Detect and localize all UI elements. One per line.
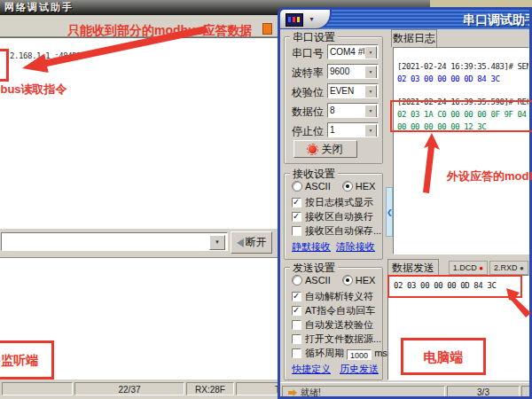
annotation-partial-data: 只能收到部分的modbus应答数据 bbox=[67, 23, 252, 39]
send-option-filesource[interactable]: 打开文件数据源... bbox=[292, 332, 381, 346]
clear-receive-link[interactable]: 清除接收 bbox=[336, 240, 375, 254]
combobox-dropdown-icon[interactable]: ▼ bbox=[209, 235, 225, 250]
recv-ascii-radio[interactable]: ASCII bbox=[292, 181, 331, 192]
history-send-link[interactable]: 历史发送 bbox=[340, 363, 379, 376]
annotation-box-pc: 电脑端 bbox=[401, 338, 486, 375]
serial-window-title: 串口调试助手 bbox=[463, 12, 532, 28]
checkbox-icon bbox=[292, 348, 301, 358]
recv-option-log-mode[interactable]: 按日志模式显示 bbox=[292, 196, 373, 209]
send-encoding-row: ASCII HEX bbox=[292, 275, 375, 286]
panel-collapse-handle[interactable]: ❮ bbox=[386, 187, 393, 237]
parity-select[interactable]: EVEN▼ bbox=[327, 83, 379, 98]
log-line: [2021-02-24 16:39:35.483]# SEND bbox=[397, 62, 529, 71]
tab-data-log[interactable]: 数据日志 bbox=[391, 29, 437, 47]
serial-system-menu[interactable]: ▼ bbox=[280, 10, 332, 29]
dropdown-icon[interactable]: ▼ bbox=[364, 105, 377, 118]
send-settings-group: 发送设置 ASCII HEX 自动解析转义符 AT指令自动回车 自动发送校验位 … bbox=[284, 267, 383, 380]
log-line-send-hex: 02 03 00 00 00 0D 84 3C bbox=[397, 74, 499, 83]
network-receive-line: 2.168.1.1 :48452> bbox=[10, 51, 85, 60]
channel-tab-dcd[interactable]: 1.DCD ● bbox=[449, 261, 488, 275]
baudrate-select[interactable]: 9600▼ bbox=[327, 64, 379, 79]
field-label: 停止位 bbox=[292, 124, 324, 139]
radio-icon bbox=[342, 275, 353, 286]
serial-status-ready: 就绪! bbox=[282, 386, 445, 398]
receive-settings-title: 接收设置 bbox=[290, 167, 338, 182]
screen: 网络调试助手 2.168.1.1 :48452> ▼ 断开 22/37 RX:2… bbox=[0, 0, 532, 399]
receive-settings-group: 接收设置 ASCII HEX 按日志模式显示 接收区自动换行 接收区自动保存..… bbox=[284, 173, 383, 260]
send-history-combobox[interactable]: ▼ bbox=[1, 232, 228, 251]
checkbox-icon bbox=[292, 292, 301, 301]
checkbox-icon bbox=[292, 226, 301, 236]
dropdown-icon[interactable]: ▼ bbox=[364, 66, 377, 79]
rxd-indicator-icon: ● bbox=[520, 264, 524, 272]
silent-receive-link[interactable]: 静默接收 bbox=[292, 240, 331, 254]
send-settings-title: 发送设置 bbox=[290, 261, 338, 276]
data-log-area[interactable]: [2021-02-24 16:39:35.483]# SEND 02 03 00… bbox=[393, 47, 529, 254]
send-ascii-radio[interactable]: ASCII bbox=[292, 275, 331, 286]
channel-tab-rxd[interactable]: 2.RXD ● bbox=[489, 261, 528, 275]
checkbox-icon bbox=[292, 306, 301, 316]
checkbox-icon bbox=[292, 320, 301, 330]
port-open-indicator-icon bbox=[309, 145, 317, 153]
databits-select[interactable]: 8▼ bbox=[327, 103, 379, 118]
send-hex-radio[interactable]: HEX bbox=[342, 275, 376, 286]
serial-status-page: 3/3 bbox=[447, 386, 520, 398]
close-port-button[interactable]: 关闭 bbox=[293, 140, 357, 158]
port-settings-title: 串口设置 bbox=[290, 30, 338, 45]
loop-unit-label: ms bbox=[374, 348, 387, 358]
radio-icon bbox=[292, 275, 302, 286]
annotation-box-receive bbox=[0, 49, 9, 82]
recv-hex-radio[interactable]: HEX bbox=[342, 181, 376, 192]
annotation-device-reply: 外设应答的modbus数据 bbox=[447, 168, 532, 184]
recv-encoding-row: ASCII HEX bbox=[292, 181, 375, 192]
serial-status-extra bbox=[521, 386, 532, 398]
checkbox-icon bbox=[292, 334, 301, 344]
send-option-escape[interactable]: 自动解析转义符 bbox=[292, 290, 373, 303]
dropdown-icon[interactable]: ▼ bbox=[364, 85, 377, 98]
radio-icon bbox=[342, 181, 353, 192]
field-label: 串口号 bbox=[292, 46, 324, 61]
send-option-loop[interactable]: 循环周期 1000 ms bbox=[292, 347, 387, 360]
app-logo-icon bbox=[286, 13, 303, 27]
annotation-box-listener: 网络监听端 bbox=[0, 340, 54, 379]
field-label: 数据位 bbox=[292, 105, 324, 120]
tab-data-send[interactable]: 数据发送 bbox=[387, 259, 439, 276]
serial-status-bar: 就绪! 3/3 bbox=[280, 382, 529, 397]
port-select[interactable]: COM4 #USI▼ bbox=[327, 44, 379, 59]
dcd-indicator-icon: ● bbox=[479, 264, 483, 272]
pointing-hand-icon bbox=[288, 389, 297, 396]
recv-option-wrap[interactable]: 接收区自动换行 bbox=[292, 210, 373, 223]
checkbox-icon bbox=[292, 198, 301, 207]
annotation-box-recv-hex bbox=[390, 100, 532, 132]
field-label: 校验位 bbox=[292, 85, 324, 100]
quick-define-link[interactable]: 快捷定义 bbox=[292, 363, 331, 376]
annotation-box-send-hex bbox=[387, 275, 522, 298]
field-label: 波特率 bbox=[292, 66, 324, 81]
toolbar-flame-icon[interactable] bbox=[262, 23, 272, 35]
checkbox-icon bbox=[292, 212, 301, 222]
status-segment-empty bbox=[2, 382, 73, 395]
send-option-at-cr[interactable]: AT指令自动回车 bbox=[292, 304, 375, 317]
back-arrow-icon bbox=[237, 239, 244, 247]
status-counter: 22/37 bbox=[74, 382, 184, 395]
annotation-read-command: modbus读取指令 bbox=[0, 82, 67, 98]
port-settings-group: 串口设置 串口号 COM4 #USI▼ 波特率 9600▼ 校验位 EVEN▼ … bbox=[284, 36, 383, 164]
status-rx: RX:28F bbox=[186, 382, 234, 395]
disconnect-button[interactable]: 断开 bbox=[231, 231, 272, 254]
loop-period-input[interactable]: 1000 bbox=[347, 349, 372, 360]
stopbits-select[interactable]: 1▼ bbox=[327, 122, 379, 137]
send-option-checksum[interactable]: 自动发送校验位 bbox=[292, 318, 373, 332]
dropdown-icon[interactable]: ▼ bbox=[364, 46, 377, 59]
radio-icon bbox=[292, 181, 302, 192]
menu-caret-icon[interactable]: ▼ bbox=[309, 16, 315, 22]
recv-option-autosave[interactable]: 接收区自动保存... bbox=[292, 224, 381, 238]
dropdown-icon[interactable]: ▼ bbox=[364, 124, 377, 137]
